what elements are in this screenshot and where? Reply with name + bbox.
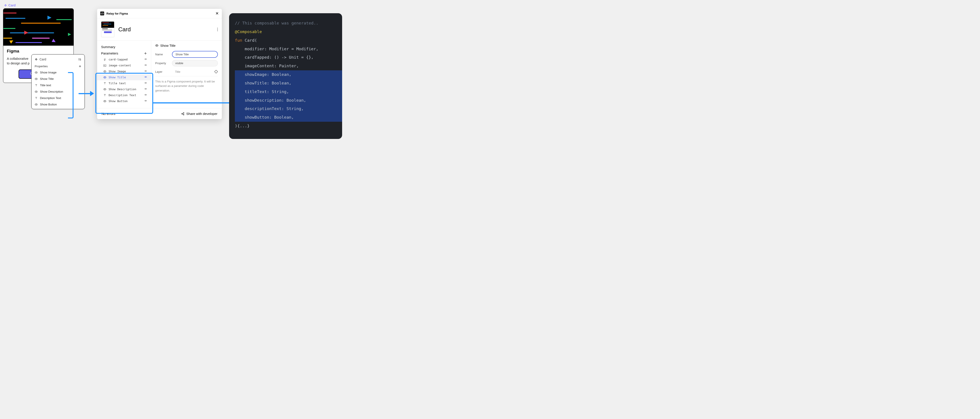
properties-panel-title: Card	[40, 57, 46, 61]
code-line: titleText: String,	[235, 87, 342, 96]
eye-icon	[103, 70, 107, 73]
relay-card-title: Card	[118, 26, 130, 33]
relay-dialog: </> Relay for Figma ✕ Card Summary P	[97, 9, 222, 119]
property-label: Show Description	[40, 90, 63, 93]
property-label: Show Title	[40, 77, 54, 81]
property-row[interactable]: Show Title	[32, 76, 84, 82]
parameter-label: Show Title	[108, 76, 126, 79]
eye-icon	[103, 88, 107, 91]
relay-right-panel: Show Title Name Show Title Property visi…	[151, 41, 222, 108]
properties-panel: Card Properties Show ImageShow TitleTitl…	[31, 54, 85, 109]
relay-left-panel: Summary Parameters card-tappedimage-cont…	[97, 41, 151, 108]
code-line: showButton: Boolean,	[235, 113, 342, 122]
code-line: ){...}	[235, 122, 342, 130]
parameter-row[interactable]: Show Image	[97, 68, 151, 74]
relay-thumbnail	[101, 21, 115, 37]
tap-icon	[103, 58, 107, 61]
eye-icon	[155, 44, 159, 47]
relay-app-title: Relay for Figma	[107, 12, 128, 15]
eye-icon	[35, 90, 38, 93]
sliders-icon[interactable]	[78, 58, 81, 61]
close-icon[interactable]: ✕	[215, 11, 219, 16]
code-line: cardTapped: () -> Unit = {},	[235, 53, 342, 62]
property-row[interactable]: Description Text	[32, 95, 84, 101]
relay-logo-icon: </>	[100, 11, 104, 16]
parameter-label: Show Image	[108, 70, 126, 73]
card-title: Figma	[7, 49, 70, 54]
outbound-icon	[144, 93, 147, 97]
outbound-icon	[144, 70, 147, 73]
property-label: Property	[155, 62, 169, 65]
name-input[interactable]: Show Title	[172, 51, 218, 58]
outbound-icon	[144, 57, 147, 61]
code-line: fun Card(	[235, 36, 342, 45]
component-icon	[35, 58, 38, 61]
share-button[interactable]: Share with developer	[181, 112, 217, 116]
parameter-label: card-tapped	[108, 58, 127, 61]
more-icon[interactable]	[217, 28, 218, 31]
properties-section-label: Properties	[35, 65, 48, 68]
code-line: showImage: Boolean,	[235, 70, 342, 79]
parameter-label: image-content	[108, 64, 131, 67]
errors-status: No errors	[102, 112, 115, 116]
property-row[interactable]: Show Image	[32, 69, 84, 76]
layer-label: Layer	[155, 70, 169, 73]
property-label: Title text	[40, 84, 51, 87]
code-line: modifier: Modifier = Modifier,	[235, 45, 342, 53]
parameters-section[interactable]: Parameters	[97, 50, 151, 56]
code-line: // This composable was generated..	[235, 19, 342, 27]
outbound-icon	[144, 81, 147, 85]
text-icon	[35, 84, 38, 87]
text-icon	[103, 82, 107, 85]
name-label: Name	[155, 53, 169, 56]
property-row[interactable]: Show Description	[32, 89, 84, 95]
property-select[interactable]: visible	[172, 60, 218, 67]
component-label: Card	[4, 3, 16, 7]
eye-icon	[103, 76, 107, 79]
detail-info-text: This is a Figma component property. It w…	[155, 79, 218, 93]
text-icon	[103, 94, 107, 97]
summary-section[interactable]: Summary	[97, 44, 151, 50]
property-label: Show Image	[40, 71, 57, 74]
property-label: Description Text	[40, 96, 61, 100]
component-icon	[4, 4, 7, 7]
code-line: showTitle: Boolean,	[235, 79, 342, 87]
parameter-label: Show Button	[108, 100, 127, 103]
parameter-row[interactable]: card-tapped	[97, 56, 151, 62]
outbound-icon	[144, 87, 147, 91]
plus-icon[interactable]	[79, 65, 81, 68]
code-line: showDescription: Boolean,	[235, 96, 342, 105]
code-line: descriptionText: String,	[235, 105, 342, 113]
text-icon	[35, 97, 38, 100]
target-icon[interactable]	[214, 70, 218, 73]
property-label: Show Button	[40, 103, 57, 106]
card-hero-image	[3, 9, 73, 46]
property-row[interactable]: Title text	[32, 82, 84, 89]
property-row[interactable]: Show Button	[32, 101, 84, 108]
outbound-icon	[144, 99, 147, 103]
parameter-row[interactable]: image-content	[97, 62, 151, 68]
outbound-icon	[144, 75, 147, 79]
parameter-label: Description Text	[108, 94, 136, 97]
code-block: // This composable was generated..@Compo…	[229, 13, 342, 139]
parameter-row[interactable]: Description Text	[97, 92, 151, 98]
code-line: imageContent: Painter,	[235, 62, 342, 70]
parameter-label: Show Description	[108, 87, 136, 91]
layer-value: Title	[172, 70, 212, 73]
eye-icon	[35, 78, 38, 81]
image-icon	[103, 64, 107, 67]
eye-icon	[103, 100, 107, 103]
parameter-label: Title text	[108, 82, 126, 85]
parameter-row[interactable]: Show Description	[97, 86, 151, 92]
parameter-row[interactable]: Show Title	[97, 74, 151, 80]
detail-heading: Show Title	[160, 44, 175, 48]
parameter-row[interactable]: Title text	[97, 80, 151, 86]
eye-icon	[35, 103, 38, 106]
share-icon	[181, 112, 185, 116]
eye-icon	[35, 71, 38, 74]
relay-header: </> Relay for Figma ✕	[97, 9, 222, 18]
outbound-icon	[144, 63, 147, 67]
plus-icon[interactable]	[144, 52, 147, 55]
code-line: @Composable	[235, 27, 342, 36]
parameter-row[interactable]: Show Button	[97, 98, 151, 104]
